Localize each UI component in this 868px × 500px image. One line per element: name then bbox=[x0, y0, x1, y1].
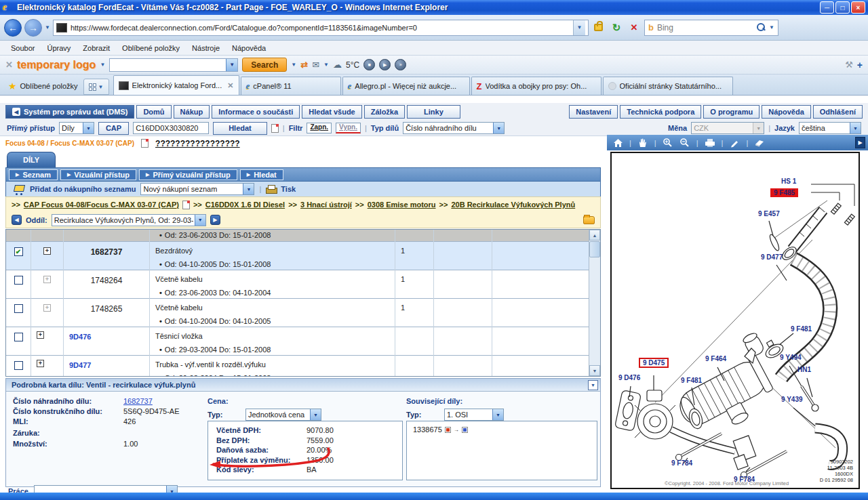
maximize-button[interactable]: □ bbox=[835, 1, 850, 14]
search-dropdown-icon[interactable]: ▼ bbox=[769, 24, 774, 30]
view-direct-visual-button[interactable]: ▶Přímý vizuální přístup bbox=[139, 169, 237, 180]
sync-arrows-icon[interactable]: ⇄ bbox=[300, 60, 308, 70]
part-number-input[interactable] bbox=[133, 122, 209, 134]
tab-fordecat[interactable]: Elektronický katalog Ford... ✕ bbox=[113, 75, 239, 95]
view-search-button[interactable]: ▶Hledat bbox=[240, 169, 283, 180]
table-row[interactable]: + 9D476 Těsnicí vložka•Od: 29-03-2004 Do… bbox=[6, 327, 589, 356]
part-type-select[interactable]: Číslo náhradního dílu▼ bbox=[403, 122, 505, 134]
toolbar-search-button[interactable]: Search bbox=[242, 58, 287, 72]
combo-dropdown-icon[interactable]: ▼ bbox=[226, 59, 237, 71]
copy-page-icon[interactable] bbox=[271, 124, 279, 133]
url-text[interactable]: https://www.fordecat.dealerconnection.co… bbox=[71, 24, 570, 32]
breadcrumb-model-link[interactable]: CAP Focus 04-08/Focus C-MAX 03-07 (CAP) bbox=[24, 201, 179, 209]
note-page-icon[interactable] bbox=[141, 139, 149, 148]
breadcrumb-group-link[interactable]: 3 Hnací ústrojí bbox=[300, 201, 352, 209]
nav-logout-button[interactable]: Odhlášení bbox=[813, 105, 863, 119]
placeholder-link[interactable]: ????????????????? bbox=[155, 139, 240, 148]
home-icon[interactable] bbox=[612, 138, 623, 148]
tab-close-icon[interactable]: ✕ bbox=[227, 81, 233, 90]
breadcrumb-engine-link[interactable]: C16DD0X 1.6 DI Diesel bbox=[205, 201, 285, 209]
search-options-icon[interactable]: ▼ bbox=[291, 62, 296, 68]
language-select[interactable]: čeština▼ bbox=[799, 122, 861, 134]
nav-help-button[interactable]: Nápověda bbox=[762, 105, 811, 119]
table-row[interactable]: + 9D477 Trubka - výf.ventil k rozděl.výf… bbox=[6, 356, 589, 377]
close-button[interactable]: × bbox=[851, 1, 865, 14]
pan-hand-icon[interactable] bbox=[637, 138, 648, 148]
tab-cpanel[interactable]: e cPanel® 11 bbox=[241, 77, 341, 95]
section-next-icon[interactable]: ▶ bbox=[210, 215, 220, 225]
refresh-button[interactable]: ↻ bbox=[609, 20, 624, 35]
part-number-link[interactable]: 9D477 bbox=[64, 356, 150, 377]
minimize-button[interactable]: ─ bbox=[820, 1, 834, 14]
scroll-thumb[interactable] bbox=[589, 241, 600, 257]
part-callout-highlighted[interactable]: 9 F485 bbox=[770, 188, 798, 197]
zoom-in-icon[interactable] bbox=[663, 138, 673, 148]
back-button[interactable]: ← bbox=[4, 19, 22, 37]
tab-dily[interactable]: DÍLY bbox=[7, 152, 56, 167]
print-button[interactable]: Tisk bbox=[281, 185, 296, 193]
related-parts-list[interactable]: 1338675 → bbox=[406, 421, 597, 480]
expand-panel-icon[interactable]: ▶ bbox=[855, 137, 865, 148]
part-callout-selected[interactable]: 9 D475 bbox=[639, 358, 669, 368]
scroll-up-icon[interactable]: ▲ bbox=[589, 230, 600, 241]
pencil-icon[interactable] bbox=[729, 138, 740, 148]
nav-search-all-button[interactable]: Hledat všude bbox=[302, 105, 361, 119]
expand-icon[interactable]: + bbox=[43, 304, 51, 312]
menu-soubor[interactable]: Soubor bbox=[5, 43, 40, 54]
view-list-button[interactable]: ▶Seznam bbox=[9, 169, 58, 180]
filter-off-button[interactable]: Vypn. bbox=[336, 123, 361, 133]
collapse-panel-icon[interactable]: ▼ bbox=[588, 380, 598, 390]
toolbar-close-icon[interactable]: ✕ bbox=[5, 60, 13, 70]
diagram-canvas[interactable]: HS 1 9 F485 9 E457 9 D477 9 F481 9 F464 … bbox=[610, 152, 860, 489]
zoom-out-icon[interactable] bbox=[679, 138, 690, 148]
breadcrumb-page-icon[interactable] bbox=[182, 201, 190, 209]
media-next-icon[interactable]: » bbox=[395, 59, 406, 70]
direct-access-select[interactable]: Díly▼ bbox=[59, 122, 94, 134]
menu-oblibene[interactable]: Oblíbené položky bbox=[117, 43, 185, 54]
nav-dms-button[interactable]: ◀Systém pro správu dat (DMS) bbox=[5, 105, 134, 119]
row-checkbox[interactable] bbox=[14, 276, 23, 285]
section-prev-icon[interactable]: ◀ bbox=[12, 215, 22, 225]
row-checkbox[interactable]: ✔ bbox=[14, 247, 23, 256]
scroll-down-icon[interactable]: ▼ bbox=[589, 365, 600, 376]
logo-dropdown-icon[interactable]: ▼ bbox=[100, 62, 105, 68]
favorites-button[interactable]: ★ Oblíbené položky bbox=[3, 77, 83, 95]
breadcrumb-section-link[interactable]: 20B Recirkulace Výfukových Plynů bbox=[451, 201, 575, 209]
menu-nastroje[interactable]: Nástroje bbox=[186, 43, 225, 54]
media-play-icon[interactable]: ▶ bbox=[379, 59, 391, 70]
shopping-list-select[interactable]: Nový nákupní seznam▼ bbox=[140, 183, 254, 195]
url-field[interactable]: https://www.fordecat.dealerconnection.co… bbox=[53, 20, 589, 36]
part-number-link[interactable]: 9D476 bbox=[64, 327, 150, 356]
mail-dropdown-icon[interactable]: ▼ bbox=[323, 62, 329, 68]
filter-on-button[interactable]: Zapn. bbox=[307, 123, 332, 133]
row-checkbox[interactable] bbox=[14, 333, 23, 341]
breadcrumb-subgroup-link[interactable]: 0308 Emise motoru bbox=[368, 201, 436, 209]
expand-icon[interactable]: + bbox=[37, 360, 44, 367]
tab-oficialni[interactable]: Oficiální stránky Statutárního... bbox=[603, 77, 733, 95]
related-link-icon[interactable] bbox=[462, 427, 468, 433]
table-row[interactable]: •Od: 23-06-2003 Do: 15-01-2008 bbox=[6, 230, 589, 242]
url-dropdown-icon[interactable]: ▼ bbox=[573, 20, 585, 35]
print-diagram-icon[interactable] bbox=[705, 138, 715, 148]
quick-tabs-button[interactable]: ▼ bbox=[83, 79, 109, 95]
table-scrollbar[interactable]: ▲ ▼ bbox=[589, 230, 600, 376]
expand-icon[interactable]: + bbox=[43, 276, 51, 283]
table-row[interactable]: + 1748264 Včetně kabelu•Od: 23-06-2003 D… bbox=[6, 270, 589, 299]
table-row[interactable]: ✔ + 1682737 Bezdrátový•Od: 04-10-2005 Do… bbox=[6, 242, 589, 270]
nav-part-info-button[interactable]: Informace o součásti bbox=[212, 105, 300, 119]
nav-settings-button[interactable]: Nastavení bbox=[569, 105, 618, 119]
nav-about-button[interactable]: O programu bbox=[703, 105, 760, 119]
tab-voditka[interactable]: Z Vodítka a obojky pro psy: Oh... bbox=[471, 77, 601, 95]
related-part-icon[interactable] bbox=[445, 427, 451, 433]
section-select[interactable]: Recirkulace Výfukových Plynů, Od: 29-03-… bbox=[52, 214, 206, 226]
row-checkbox[interactable] bbox=[14, 361, 23, 370]
folder-icon[interactable] bbox=[583, 216, 595, 224]
nav-support-button[interactable]: Technická podpora bbox=[620, 105, 701, 119]
eraser-icon[interactable] bbox=[754, 138, 765, 148]
cap-button[interactable]: CAP bbox=[98, 122, 129, 135]
tools-icon[interactable]: ⚒ bbox=[845, 60, 853, 70]
add-toolbar-icon[interactable]: + bbox=[857, 60, 863, 70]
expand-icon[interactable]: + bbox=[37, 331, 44, 339]
row-checkbox[interactable] bbox=[14, 304, 23, 313]
mail-icon[interactable]: ✉ bbox=[312, 60, 319, 70]
